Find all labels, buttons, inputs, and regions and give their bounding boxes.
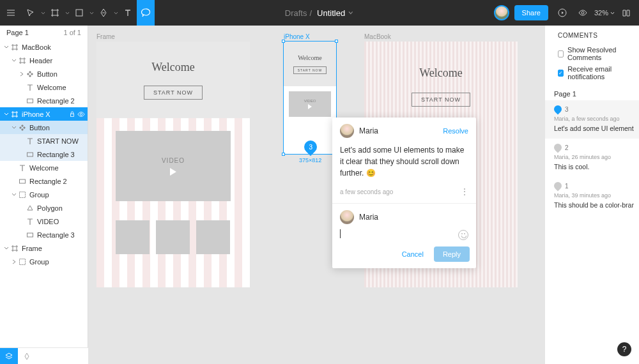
panel-title: COMMENTS xyxy=(545,26,639,44)
layers-tab-icon[interactable] xyxy=(0,348,18,365)
resolve-button[interactable]: Resolve xyxy=(443,127,468,135)
present-button[interactable] xyxy=(553,0,571,26)
layer-row[interactable]: START NOW xyxy=(0,134,88,148)
layer-row[interactable]: Rectangle 3 xyxy=(0,228,88,241)
frame-label[interactable]: Frame xyxy=(96,33,115,40)
breadcrumb-folder[interactable]: Drafts xyxy=(285,8,307,18)
comment-list-item[interactable]: 3Maria, a few seconds agoLet's add some … xyxy=(545,100,639,139)
reply-input[interactable] xyxy=(340,229,341,240)
layer-row[interactable]: Rectangle 2 xyxy=(0,174,88,188)
chevron-down-icon[interactable] xyxy=(64,11,70,15)
layer-label: Welcome xyxy=(29,164,85,172)
layer-row[interactable]: Header xyxy=(0,54,88,67)
frame-label[interactable]: MacBook xyxy=(364,33,391,40)
chevron-icon[interactable] xyxy=(10,259,18,264)
move-tool[interactable] xyxy=(22,0,40,26)
assets-tab-icon[interactable] xyxy=(18,348,36,365)
svg-rect-0 xyxy=(76,10,82,16)
svg-rect-4 xyxy=(71,114,74,116)
layer-label: Rectangle 2 xyxy=(37,97,85,105)
chevron-down-icon[interactable] xyxy=(112,11,119,15)
comment-meta: Maria, a few seconds ago xyxy=(554,116,634,122)
comment-popover: Maria Resolve Let's add some UI elements… xyxy=(332,118,476,268)
show-resolved-checkbox[interactable]: Show Resolved Comments xyxy=(545,44,639,63)
layer-row[interactable]: Group xyxy=(0,255,88,268)
menu-button[interactable] xyxy=(0,0,22,26)
frame-icon xyxy=(10,43,19,51)
layer-label: Button xyxy=(37,70,85,78)
comment-tool[interactable] xyxy=(137,0,155,26)
layer-row[interactable]: Button xyxy=(0,121,88,134)
pen-tool[interactable] xyxy=(95,0,112,26)
chevron-icon[interactable] xyxy=(3,112,10,117)
shape-tool[interactable] xyxy=(70,0,88,26)
artboard-iphone[interactable]: Welcome START NOW VIDEO xyxy=(284,42,336,154)
comment-list-item[interactable]: 1Maria, 39 minutes agoThis should be a c… xyxy=(545,177,639,215)
thumbnails xyxy=(116,220,230,254)
user-avatar[interactable] xyxy=(494,5,509,20)
chevron-icon[interactable] xyxy=(18,72,26,77)
chevron-icon[interactable] xyxy=(10,125,18,130)
emoji-icon[interactable] xyxy=(458,230,468,240)
comment-number: 1 xyxy=(565,183,569,190)
more-icon[interactable]: ⋮ xyxy=(460,186,468,197)
text-tool[interactable] xyxy=(119,0,137,26)
help-button[interactable]: ? xyxy=(617,342,631,356)
reply-button[interactable]: Reply xyxy=(434,246,470,262)
play-icon xyxy=(308,104,312,109)
play-icon xyxy=(170,168,176,176)
layer-row[interactable]: Rectangle 2 xyxy=(0,94,88,107)
zoom-control[interactable]: 32% xyxy=(594,9,615,17)
frame-label[interactable]: iPhone X xyxy=(284,33,310,40)
rect-icon xyxy=(26,151,35,158)
canvas[interactable]: Frame Welcome START NOW VIDEO iPhone X W… xyxy=(88,26,544,364)
layer-row[interactable]: MacBook xyxy=(0,40,88,54)
layer-label: Button xyxy=(29,124,85,132)
comment-list-item[interactable]: 2Maria, 26 minutes agoThis is cool. xyxy=(545,139,639,177)
video-box: VIDEO xyxy=(289,91,331,117)
frame-tool[interactable] xyxy=(46,0,64,26)
top-toolbar: Drafts / Untitled Share 32% xyxy=(0,0,639,26)
comment-preview: Let's add some UI elements to make it xyxy=(554,125,634,132)
svg-rect-10 xyxy=(20,259,26,264)
chevron-icon[interactable] xyxy=(3,246,10,251)
chevron-down-icon[interactable] xyxy=(40,11,46,15)
layer-row[interactable]: Group xyxy=(0,188,88,201)
layer-row[interactable]: iPhone X xyxy=(0,107,88,121)
checkbox-icon xyxy=(558,50,564,57)
welcome-text: Welcome xyxy=(151,61,195,74)
page-header[interactable]: Page 1 1 of 1 xyxy=(0,26,88,40)
welcome-text: Welcome xyxy=(419,66,463,80)
library-icon[interactable] xyxy=(620,0,633,26)
view-settings-icon[interactable] xyxy=(576,0,589,26)
layer-row[interactable]: Welcome xyxy=(0,161,88,174)
layer-row[interactable]: Rectangle 3 xyxy=(0,148,88,161)
chevron-icon[interactable] xyxy=(3,45,10,50)
comments-panel: COMMENTS Show Resolved Comments ✓ Receiv… xyxy=(544,26,639,364)
svg-point-5 xyxy=(80,113,82,115)
comment-body: Let's add some UI elements to make it cl… xyxy=(332,144,476,184)
svg-rect-3 xyxy=(27,99,33,103)
artboard-frame[interactable]: Welcome START NOW VIDEO xyxy=(96,42,250,287)
chevron-down-icon[interactable] xyxy=(348,10,354,15)
comment-pin-icon xyxy=(553,142,564,153)
layer-row[interactable]: VIDEO xyxy=(0,215,88,228)
chevron-icon[interactable] xyxy=(10,58,18,63)
chevron-icon[interactable] xyxy=(10,192,18,197)
bottom-bar xyxy=(0,347,88,364)
email-notifications-checkbox[interactable]: ✓ Receive email notifications xyxy=(545,63,639,82)
layer-row[interactable]: Button xyxy=(0,67,88,80)
share-button[interactable]: Share xyxy=(514,5,548,20)
layer-label: MacBook xyxy=(22,43,85,51)
frame-icon xyxy=(10,110,19,118)
chevron-down-icon[interactable] xyxy=(88,11,95,15)
frame-icon xyxy=(18,57,27,64)
breadcrumb[interactable]: Drafts / Untitled xyxy=(285,8,354,18)
layer-row[interactable]: Welcome xyxy=(0,80,88,94)
layer-row[interactable]: Frame xyxy=(0,241,88,255)
layer-row[interactable]: Polygon xyxy=(0,201,88,215)
file-title[interactable]: Untitled xyxy=(317,8,345,18)
avatar xyxy=(340,124,354,138)
page-count: 1 of 1 xyxy=(63,29,81,36)
cancel-button[interactable]: Cancel xyxy=(397,246,429,262)
